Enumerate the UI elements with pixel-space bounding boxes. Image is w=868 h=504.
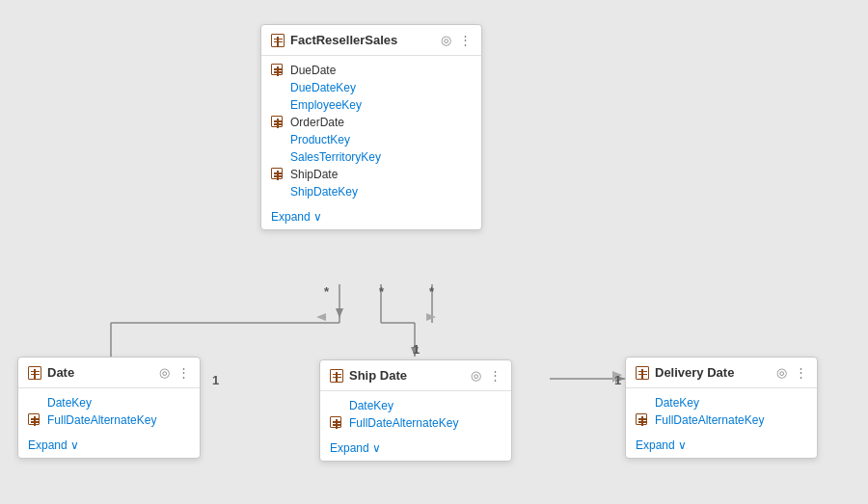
field-row-duedatekey: DueDateKey [261, 79, 481, 96]
svg-marker-13 [426, 313, 436, 321]
table-card-date: Date ◎ ⋮ DateKey FullDateAlternateKey Ex… [17, 357, 201, 459]
table-title-delivery-date: Delivery Date [655, 365, 771, 380]
eye-icon-delivery-date[interactable]: ◎ [776, 365, 787, 380]
cardinality-star-2: * [379, 284, 384, 299]
expand-row-ship-date[interactable]: Expand ∨ [320, 438, 511, 461]
field-row-ship-datekey: DateKey [320, 397, 511, 414]
table-card-delivery-date: Delivery Date ◎ ⋮ DateKey FullDateAltern… [625, 357, 818, 459]
table-body-delivery-date: DateKey FullDateAlternateKey [626, 388, 817, 435]
table-title-fact: FactResellerSales [290, 33, 435, 47]
field-row-shipdate: ShipDate [261, 166, 481, 183]
table-card-fact-reseller-sales: FactResellerSales ◎ ⋮ DueDate DueDateKey… [260, 24, 482, 230]
expand-row-delivery-date[interactable]: Expand ∨ [626, 435, 817, 458]
field-name-salesterritorykey: SalesTerritoryKey [290, 150, 381, 164]
field-icon-delivery-fulldatealternatekey [636, 413, 649, 427]
table-icon-fact [271, 34, 285, 47]
header-actions-fact: ◎ ⋮ [441, 33, 472, 47]
field-name-delivery-datekey: DateKey [655, 396, 699, 410]
field-name-delivery-fulldatealternatekey: FullDateAlternateKey [655, 413, 764, 427]
svg-marker-12 [316, 313, 326, 321]
table-title-ship-date: Ship Date [349, 368, 465, 383]
more-icon-fact[interactable]: ⋮ [459, 33, 472, 47]
field-row-orderdate: OrderDate [261, 114, 481, 131]
table-body-date: DateKey FullDateAlternateKey [18, 388, 200, 435]
field-row-date-fulldatealternatekey: FullDateAlternateKey [18, 411, 200, 429]
header-actions-delivery-date: ◎ ⋮ [776, 365, 807, 380]
field-name-shipdatekey: ShipDateKey [290, 185, 358, 199]
field-name-ship-fulldatealternatekey: FullDateAlternateKey [349, 416, 458, 430]
table-header-date: Date ◎ ⋮ [18, 358, 200, 388]
chevron-icon-fact: ∨ [313, 210, 322, 224]
field-row-delivery-datekey: DateKey [626, 394, 817, 411]
field-name-date-datekey: DateKey [47, 396, 92, 410]
chevron-icon-delivery-date: ∨ [678, 438, 687, 452]
header-actions-ship-date: ◎ ⋮ [471, 368, 502, 383]
cardinality-one-delivery: 1 [614, 373, 621, 387]
expand-label-ship-date: Expand [330, 441, 369, 455]
field-icon-shipdate [271, 168, 285, 181]
cardinality-one-date: 1 [212, 373, 219, 387]
diagram-canvas: * * * 1 1 1 FactResellerSales ◎ ⋮ DueDat… [0, 0, 868, 504]
field-row-shipdatekey: ShipDateKey [261, 183, 481, 200]
table-header-delivery-date: Delivery Date ◎ ⋮ [626, 358, 817, 388]
field-row-productkey: ProductKey [261, 131, 481, 148]
field-row-duedate: DueDate [261, 62, 481, 79]
cardinality-star-3: * [429, 284, 434, 299]
header-actions-date: ◎ ⋮ [159, 365, 190, 380]
table-icon-ship-date [330, 369, 343, 383]
more-icon-delivery-date[interactable]: ⋮ [795, 365, 807, 380]
field-name-ship-datekey: DateKey [349, 399, 393, 412]
field-icon-orderdate [271, 116, 285, 129]
field-row-date-datekey: DateKey [18, 394, 200, 411]
table-title-date: Date [47, 365, 153, 380]
svg-marker-3 [336, 308, 343, 318]
more-icon-ship-date[interactable]: ⋮ [489, 368, 502, 383]
expand-label-delivery-date: Expand [636, 438, 675, 452]
table-body-ship-date: DateKey FullDateAlternateKey [320, 391, 511, 438]
field-icon-ship-fulldatealternatekey [330, 416, 343, 430]
field-row-salesterritorykey: SalesTerritoryKey [261, 148, 481, 166]
chevron-icon-date: ∨ [70, 438, 79, 452]
field-row-ship-fulldatealternatekey: FullDateAlternateKey [320, 414, 511, 432]
field-name-employeekey: EmployeeKey [290, 98, 362, 112]
field-row-delivery-fulldatealternatekey: FullDateAlternateKey [626, 411, 817, 429]
table-icon-date [28, 366, 41, 380]
cardinality-one-shipdate: 1 [413, 342, 420, 357]
expand-label-date: Expand [28, 438, 68, 452]
table-card-ship-date: Ship Date ◎ ⋮ DateKey FullDateAlternateK… [319, 359, 512, 462]
table-icon-delivery-date [636, 366, 649, 380]
field-name-orderdate: OrderDate [290, 116, 344, 129]
table-body-fact: DueDate DueDateKey EmployeeKey OrderDate… [261, 56, 481, 206]
chevron-icon-ship-date: ∨ [372, 441, 381, 455]
field-row-employeekey: EmployeeKey [261, 96, 481, 114]
more-icon-date[interactable]: ⋮ [177, 365, 190, 380]
field-name-productkey: ProductKey [290, 133, 350, 146]
field-name-duedatekey: DueDateKey [290, 81, 356, 94]
field-icon-duedate [271, 64, 285, 77]
expand-row-fact[interactable]: Expand ∨ [261, 206, 481, 229]
expand-label-fact: Expand [271, 210, 311, 224]
field-name-shipdate: ShipDate [290, 168, 338, 181]
expand-row-date[interactable]: Expand ∨ [18, 435, 200, 458]
table-header-ship-date: Ship Date ◎ ⋮ [320, 360, 511, 391]
field-name-duedate: DueDate [290, 64, 336, 77]
field-icon-date-fulldatealternatekey [28, 413, 41, 427]
eye-icon-date[interactable]: ◎ [159, 365, 170, 380]
field-name-date-fulldatealternatekey: FullDateAlternateKey [47, 413, 156, 427]
eye-icon-ship-date[interactable]: ◎ [471, 368, 481, 383]
table-header-fact: FactResellerSales ◎ ⋮ [261, 25, 481, 56]
cardinality-star-1: * [324, 284, 329, 299]
eye-icon-fact[interactable]: ◎ [441, 33, 451, 47]
